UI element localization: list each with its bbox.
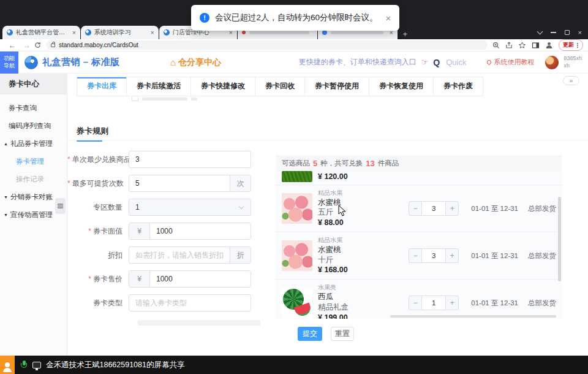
max-pickups-input[interactable] bbox=[129, 175, 230, 191]
person-icon[interactable] bbox=[0, 356, 15, 374]
chevron-double-right-icon[interactable]: » bbox=[563, 76, 579, 85]
window-close-icon[interactable]: × bbox=[578, 29, 582, 36]
app-header: 功能 导航 礼盒营销 – 标准版 ⌂ 仓分享中心 更快捷的券卡、订单和快递查询入… bbox=[0, 52, 588, 74]
quick-word[interactable]: Quick bbox=[446, 58, 466, 67]
sale-price-input[interactable] bbox=[150, 271, 251, 287]
tutorial-label: 系统使用教程 bbox=[494, 58, 534, 67]
update-browser-button[interactable]: 更新 bbox=[559, 39, 583, 51]
plus-icon[interactable]: + bbox=[445, 296, 459, 310]
unit-suffix: 折 bbox=[230, 247, 251, 263]
sidebar-item-card-query[interactable]: 券卡查询 bbox=[0, 99, 67, 117]
tab-card-outbound[interactable]: 券卡出库 bbox=[77, 77, 127, 96]
field-label: 专区数量 bbox=[67, 202, 129, 213]
sidebar-item-operation-log[interactable]: 操作记录 bbox=[0, 170, 67, 188]
product-image bbox=[282, 240, 312, 271]
sidebar-item-label: 宣传动画管理 bbox=[10, 210, 53, 219]
submit-button[interactable]: 提交 bbox=[298, 327, 322, 341]
nav-label-line2: 导航 bbox=[4, 63, 15, 69]
browser-tab-1[interactable]: 礼盒营销平台管理中心 × bbox=[2, 26, 80, 39]
tab-close-icon[interactable]: × bbox=[151, 29, 154, 36]
mic-icon[interactable] bbox=[21, 361, 27, 369]
tab-card-resume[interactable]: 券卡恢复使用 bbox=[369, 77, 434, 96]
minus-icon[interactable]: − bbox=[409, 248, 422, 263]
form-row-max-pickups: 最多可提货次数 次 bbox=[67, 175, 270, 192]
product-category: 精品水果 bbox=[318, 189, 409, 197]
product-price: ¥ 88.00 bbox=[318, 218, 409, 228]
discount-input[interactable] bbox=[129, 247, 230, 263]
toast-text: 会议已超过2人，自动转为60分钟限时会议。 bbox=[215, 12, 378, 23]
tab-card-later-activation[interactable]: 券卡后续激活 bbox=[127, 77, 191, 96]
product-row-peach-5[interactable]: 精品水果 水蜜桃 五斤 ¥ 88.00 − 3 + 01-01 至 12-31 … bbox=[276, 185, 562, 232]
sidebar-collapse-handle[interactable] bbox=[55, 198, 66, 214]
minus-icon[interactable]: − bbox=[409, 296, 422, 310]
new-tab-icon[interactable]: + bbox=[403, 29, 408, 39]
tab-label: 券卡恢复使用 bbox=[379, 82, 423, 90]
validity-dates: 01-01 至 12-31 bbox=[471, 299, 518, 308]
sidebar-item-gift-card-management[interactable]: ▲礼品券卡管理 bbox=[0, 135, 67, 153]
quantity-value[interactable]: 3 bbox=[422, 201, 445, 216]
minus-icon[interactable]: − bbox=[409, 201, 422, 216]
recording-dot-icon bbox=[242, 31, 246, 34]
profile-icon[interactable] bbox=[545, 41, 553, 49]
tab-card-quick-edit[interactable]: 券卡快捷修改 bbox=[191, 77, 255, 96]
product-row-partial[interactable]: ¥ 120.00 bbox=[276, 171, 562, 185]
chevron-down-icon[interactable] bbox=[537, 29, 543, 35]
product-name: 水蜜桃 bbox=[318, 197, 409, 208]
maximize-icon[interactable] bbox=[565, 30, 570, 35]
back-icon[interactable]: ← bbox=[9, 42, 16, 49]
zone-count-select[interactable] bbox=[129, 199, 251, 216]
quick-q-link[interactable]: Q bbox=[433, 58, 440, 67]
sidebar-item-card-management[interactable]: 券卡管理 bbox=[0, 153, 67, 170]
horizontal-scrollbar[interactable] bbox=[390, 315, 556, 318]
checkbox[interactable] bbox=[132, 96, 138, 101]
star-icon[interactable] bbox=[518, 42, 526, 49]
minimize-icon[interactable] bbox=[551, 32, 556, 33]
screen: 礼盒营销平台管理中心 × 系统培训学习 × 门店管理中心 × × + × bbox=[0, 0, 588, 374]
more-menu-icon[interactable] bbox=[577, 45, 578, 46]
tab-title: 系统培训学习 bbox=[94, 28, 148, 37]
product-row-peach-10[interactable]: 精品水果 水蜜桃 十斤 ¥ 168.00 − 3 + 01-01 至 12-31… bbox=[276, 232, 562, 280]
product-row-watermelon[interactable]: 水果类 西瓜 精品礼盒 ¥ 199.00 − 1 + 01-01 至 12-31… bbox=[276, 280, 562, 319]
reset-button[interactable]: 重置 bbox=[331, 327, 354, 341]
share-icon[interactable] bbox=[505, 42, 513, 49]
form-row-min-exchange: 单次最少兑换商品数 bbox=[67, 151, 270, 168]
menu-icon bbox=[58, 205, 63, 206]
product-image bbox=[282, 193, 312, 224]
share-center-label: 仓分享中心 bbox=[178, 57, 221, 68]
quantity-value[interactable]: 3 bbox=[422, 248, 445, 263]
quantity-stepper: − 3 + bbox=[409, 248, 459, 263]
forward-icon[interactable]: → bbox=[23, 42, 31, 49]
zone-count-value[interactable] bbox=[129, 203, 239, 212]
vertical-scrollbar[interactable] bbox=[558, 197, 561, 281]
card-type-input[interactable] bbox=[129, 295, 251, 311]
tab-label: 券卡快捷修改 bbox=[201, 82, 245, 90]
function-nav-button[interactable]: 功能 导航 bbox=[0, 52, 18, 74]
min-exchange-input[interactable] bbox=[129, 151, 251, 167]
tab-close-icon[interactable]: × bbox=[72, 29, 76, 36]
tab-card-recycle[interactable]: 券卡回收 bbox=[255, 77, 305, 96]
share-center-link[interactable]: ⌂ 仓分享中心 bbox=[170, 57, 221, 68]
field-label: 券卡类型 bbox=[67, 298, 129, 308]
browser-tab-2[interactable]: 系统培训学习 × bbox=[81, 26, 159, 39]
tab-card-suspend[interactable]: 券卡暂停使用 bbox=[305, 77, 369, 96]
face-value-input[interactable] bbox=[150, 223, 251, 239]
split-screen-icon[interactable] bbox=[532, 42, 540, 49]
delivery-mode: 总部发货 bbox=[528, 251, 556, 261]
address-bar[interactable]: standard.maboy.cn/CardsOut bbox=[46, 40, 488, 50]
sidebar-item-code-sequence-query[interactable]: 编码序列查询 bbox=[0, 117, 67, 135]
reload-icon[interactable] bbox=[34, 42, 41, 48]
tab-card-void[interactable]: 券卡作废 bbox=[434, 77, 483, 96]
zoom-icon[interactable] bbox=[492, 42, 500, 49]
close-icon[interactable]: × bbox=[386, 13, 391, 23]
summary-suffix: 件商品 bbox=[378, 159, 399, 168]
cursor-icon bbox=[338, 205, 347, 217]
tab-label: 券卡后续激活 bbox=[137, 82, 181, 90]
avatar[interactable] bbox=[545, 56, 559, 69]
tab-label: 券卡出库 bbox=[87, 82, 116, 90]
plus-icon[interactable]: + bbox=[445, 201, 459, 216]
tutorial-link[interactable]: 系统使用教程 bbox=[487, 58, 534, 67]
form-row-discount: 折扣 折 bbox=[67, 246, 270, 264]
section-title: 券卡规则 bbox=[77, 126, 108, 140]
quantity-value[interactable]: 1 bbox=[422, 296, 445, 310]
plus-icon[interactable]: + bbox=[445, 248, 459, 263]
